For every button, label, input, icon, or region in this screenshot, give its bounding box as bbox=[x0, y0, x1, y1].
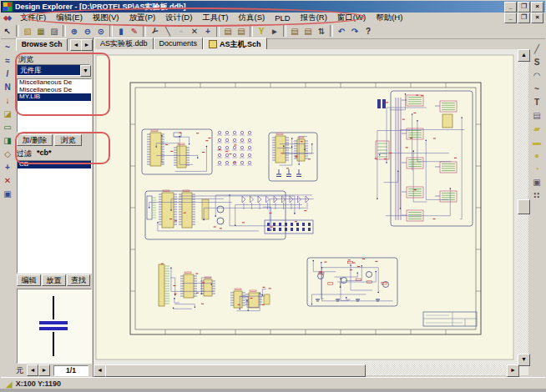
directive-icon[interactable]: ▣ bbox=[2, 188, 14, 201]
dashed-rect-icon[interactable]: ▫ bbox=[174, 25, 188, 38]
vertical-scrollbar[interactable]: ▲ ▼ bbox=[518, 49, 528, 364]
component-list[interactable]: CB bbox=[17, 160, 92, 274]
pencil-icon[interactable]: ✎ bbox=[128, 25, 141, 38]
sheet-entry-icon[interactable]: ◨ bbox=[2, 134, 14, 148]
list-item-selected[interactable]: CB bbox=[18, 161, 91, 168]
array-icon[interactable]: ∷ bbox=[531, 189, 543, 203]
rounded-rect-icon[interactable]: ▬ bbox=[531, 136, 543, 149]
print-icon[interactable]: ▨ bbox=[48, 25, 61, 38]
run-icon[interactable]: ► bbox=[268, 25, 281, 38]
text-frame-icon[interactable]: ▤ bbox=[531, 109, 543, 123]
spline-icon[interactable]: ~ bbox=[531, 83, 543, 96]
library-icon[interactable]: ▤ bbox=[301, 25, 315, 38]
doc-minimize-button[interactable]: _ bbox=[504, 13, 517, 23]
menu-pld[interactable]: PLD bbox=[270, 13, 295, 23]
wire-icon[interactable]: ~ bbox=[2, 41, 14, 54]
help-icon[interactable]: ? bbox=[361, 25, 375, 38]
tab-documents[interactable]: Documents bbox=[154, 38, 204, 49]
find-button[interactable]: 查找 bbox=[67, 274, 90, 286]
prev-part-icon[interactable]: ◄ bbox=[27, 364, 38, 376]
components-icon[interactable]: ▮ bbox=[114, 25, 128, 38]
schematic-drawing[interactable] bbox=[94, 49, 518, 364]
ellipse-icon[interactable]: ● bbox=[531, 149, 543, 163]
library-icon[interactable]: ▤ bbox=[235, 25, 248, 38]
menu-reports[interactable]: 报告(R) bbox=[296, 13, 332, 23]
doc-close-button[interactable]: × bbox=[531, 13, 543, 23]
save-icon[interactable]: ▦ bbox=[34, 25, 48, 38]
menu-help[interactable]: 帮助(H) bbox=[371, 13, 407, 23]
menu-design[interactable]: 设计(D) bbox=[160, 13, 197, 23]
restore-button[interactable]: ❐ bbox=[518, 2, 530, 13]
arc-icon[interactable]: ◠ bbox=[531, 69, 543, 83]
part-icon[interactable]: ◪ bbox=[2, 108, 14, 121]
add-remove-button[interactable]: 加/删除 bbox=[17, 134, 53, 146]
rectangle-icon[interactable]: ▰ bbox=[531, 123, 543, 136]
undo-icon[interactable]: ↶ bbox=[335, 25, 348, 38]
close-button[interactable]: × bbox=[531, 2, 543, 13]
panel-tab-scroll-left-icon[interactable]: ◄ bbox=[70, 39, 82, 51]
zoom-out-icon[interactable]: ⊖ bbox=[81, 25, 94, 38]
menu-view[interactable]: 视图(V) bbox=[88, 13, 124, 23]
redo-icon[interactable]: ↷ bbox=[348, 25, 361, 38]
schematic-canvas[interactable] bbox=[94, 49, 528, 375]
scroll-up-icon[interactable]: ▲ bbox=[518, 49, 530, 62]
bezier-icon[interactable]: S bbox=[531, 56, 543, 69]
open-icon[interactable]: ▧ bbox=[21, 25, 34, 38]
filter-label: 过滤 bbox=[17, 148, 32, 159]
move-icon[interactable]: + bbox=[201, 25, 215, 38]
wiring-toolbar: ~≈/N↓◪▭◨◇+✕▣ bbox=[1, 38, 14, 377]
library-list[interactable]: Miscellaneous De Miscellaneous De MY.LIB bbox=[17, 78, 92, 133]
port-icon[interactable]: ◇ bbox=[2, 148, 14, 161]
tab-as-zhuji-sch[interactable]: AS主机.Sch bbox=[203, 38, 267, 49]
select-icon[interactable]: ↖ bbox=[1, 25, 14, 38]
dropdown-arrow-icon[interactable]: ▼ bbox=[80, 65, 91, 77]
edit-button[interactable]: 编辑 bbox=[17, 274, 41, 286]
net-label-icon[interactable]: N bbox=[2, 81, 14, 94]
pie-icon[interactable]: ◔ bbox=[531, 163, 543, 176]
zoom-in-icon[interactable]: ⊕ bbox=[68, 25, 81, 38]
sheet-symbol-icon[interactable]: ▭ bbox=[2, 121, 14, 134]
next-part-icon[interactable]: ► bbox=[38, 364, 50, 376]
tab-ddb[interactable]: AS实验板.ddb bbox=[94, 38, 154, 49]
zoom-page-icon[interactable]: ⊙ bbox=[94, 25, 108, 38]
bus-entry-icon[interactable]: / bbox=[2, 68, 14, 81]
library-icon[interactable]: ▤ bbox=[221, 25, 235, 38]
document-window-icon[interactable]: ◆ bbox=[3, 14, 12, 23]
graphic-icon[interactable]: ▣ bbox=[531, 176, 543, 189]
text-icon[interactable]: T bbox=[531, 96, 543, 109]
bus-icon[interactable]: ≈ bbox=[2, 54, 14, 68]
menu-tools[interactable]: 工具(T) bbox=[197, 13, 233, 23]
no-erc-icon[interactable]: ✕ bbox=[2, 174, 14, 188]
title-bar[interactable]: Design Explorer - [D:\PROTELSP\AS实验板.ddb… bbox=[1, 1, 545, 13]
power-port-icon[interactable]: ↓ bbox=[2, 94, 14, 108]
preview-pager: 元 ◄ ► 1/1 bbox=[16, 364, 93, 376]
junction-icon[interactable]: + bbox=[2, 161, 14, 174]
minimize-button[interactable]: _ bbox=[504, 2, 517, 13]
scroll-down-icon[interactable]: ▼ bbox=[518, 354, 530, 366]
menu-file[interactable]: 文件(F) bbox=[15, 13, 51, 23]
menu-place[interactable]: 放置(P) bbox=[124, 13, 160, 23]
panel-tab-scroll-right-icon[interactable]: ► bbox=[81, 39, 93, 51]
menu-simulate[interactable]: 仿真(S) bbox=[234, 13, 270, 23]
menu-edit[interactable]: 编辑(E) bbox=[51, 13, 88, 23]
toolbar-separator bbox=[109, 25, 113, 37]
vertical-scroll-thumb[interactable] bbox=[518, 199, 530, 214]
horizontal-scrollbar[interactable]: ◄ ► bbox=[94, 364, 518, 375]
place-button[interactable]: 放置 bbox=[42, 274, 66, 286]
list-item-selected[interactable]: MY.LIB bbox=[18, 93, 91, 101]
menu-window[interactable]: 窗口(W) bbox=[332, 13, 371, 23]
app-icon[interactable] bbox=[3, 2, 13, 12]
library-icon[interactable]: ▤ bbox=[288, 25, 301, 38]
filter-value[interactable]: *cb* bbox=[37, 148, 52, 157]
scroll-left-icon[interactable]: ◄ bbox=[94, 364, 106, 377]
cut-icon[interactable]: ✕ bbox=[188, 25, 201, 38]
annotate-icon[interactable]: ⇅ bbox=[315, 25, 328, 38]
tab-browse-sch[interactable]: Browse Sch bbox=[16, 38, 68, 51]
doc-restore-button[interactable]: ❐ bbox=[518, 13, 530, 23]
probe-icon[interactable]: Y bbox=[255, 25, 268, 38]
draw-line-icon[interactable]: ╱ bbox=[531, 43, 543, 56]
browse-button[interactable]: 浏览 bbox=[54, 134, 82, 146]
library-type-dropdown[interactable]: 元件库 bbox=[17, 64, 90, 76]
scroll-right-icon[interactable]: ► bbox=[507, 364, 519, 377]
horizontal-scroll-thumb[interactable] bbox=[105, 364, 366, 377]
